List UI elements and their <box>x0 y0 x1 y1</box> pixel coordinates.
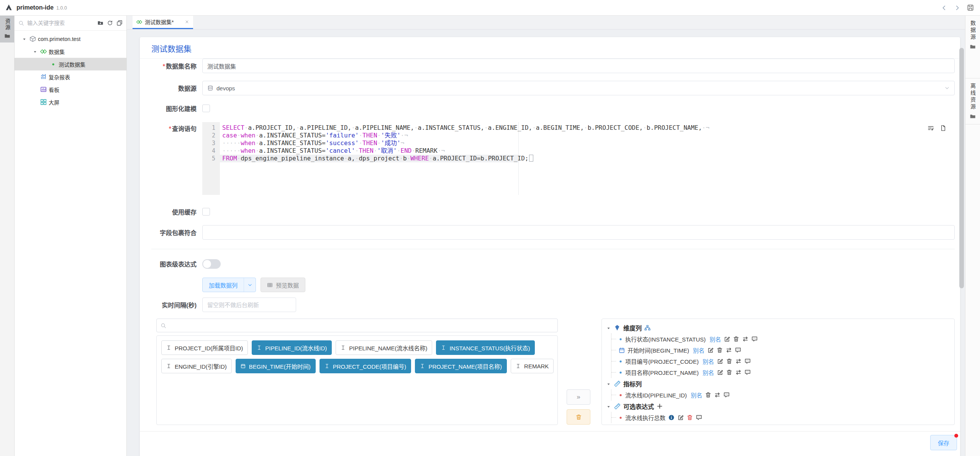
comment-icon[interactable] <box>735 347 741 353</box>
column-item[interactable]: 流水线执行总数 <box>611 412 951 423</box>
delete-icon[interactable] <box>716 347 723 353</box>
cache-checkbox[interactable] <box>202 208 210 216</box>
open-copy-icon[interactable] <box>116 20 123 26</box>
sql-line[interactable]: case·when·a.INSTANCE_STATUS='failure'·TH… <box>220 132 955 139</box>
datasource-select[interactable]: devops <box>202 81 955 95</box>
column-item[interactable]: 项目名称(PROJECT_NAME)别名 <box>611 367 951 378</box>
column-item[interactable]: 执行状态(INSTANCE_STATUS)别名 <box>611 333 951 345</box>
clear-trash-button[interactable] <box>567 409 590 425</box>
comment-icon[interactable] <box>696 414 702 421</box>
dataset-name-input[interactable] <box>202 59 955 73</box>
swap-icon[interactable] <box>735 358 742 364</box>
delete-icon[interactable] <box>726 369 733 376</box>
field-chip[interactable]: PIPELINE_NAME(流水线名称) <box>336 340 432 355</box>
tree-item[interactable]: 大屏 <box>15 96 126 108</box>
collapse-arrow[interactable] <box>606 325 611 330</box>
sql-code[interactable]: SELECT·a.PROJECT_ID,·a.PIPELINE_ID,·a.PI… <box>220 122 955 195</box>
column-group-header[interactable]: 维度列 <box>606 322 951 333</box>
add-expression-icon[interactable] <box>657 403 663 409</box>
tree-item[interactable]: 复杂报表 <box>15 70 126 83</box>
collapse-arrow[interactable] <box>606 404 611 409</box>
save-button[interactable]: 保存 <box>930 435 957 450</box>
add-dimension-icon[interactable] <box>644 325 651 331</box>
edit-icon[interactable] <box>724 336 730 342</box>
com.primeton.test-arrow-icon[interactable] <box>22 37 26 41</box>
tree-item[interactable]: 数据集 <box>15 45 126 58</box>
preview-data-button[interactable]: 预览数据 <box>261 278 305 292</box>
swap-icon[interactable] <box>726 347 732 353</box>
field-chip[interactable]: ENGINE_ID(引擎ID) <box>161 359 232 373</box>
alias-link[interactable]: 别名 <box>691 391 702 399</box>
activity-tab-resources[interactable]: 资源 <box>0 16 14 42</box>
sql-line[interactable]: ·····when·a.INSTANCE_STATUS='cancel'·THE… <box>220 147 955 155</box>
数据集-arrow-icon[interactable] <box>33 50 37 54</box>
comment-icon[interactable] <box>751 336 758 342</box>
field-chip[interactable]: INSTANCE_STATUS(执行状态) <box>436 340 535 355</box>
edit-icon[interactable] <box>717 369 723 376</box>
activity-tab-datasource[interactable]: 数据源 <box>965 16 980 78</box>
expand-arrow-icon[interactable] <box>31 49 38 54</box>
tab-test-dataset[interactable]: 测试数据集* <box>133 16 193 29</box>
comment-icon[interactable] <box>744 369 751 376</box>
delete-icon[interactable] <box>733 336 739 342</box>
alias-link[interactable]: 别名 <box>710 335 721 343</box>
edit-icon[interactable] <box>707 347 714 353</box>
collapse-arrow[interactable] <box>606 381 611 386</box>
field-chip[interactable]: PIPELINE_ID(流水线ID) <box>252 340 332 355</box>
field-chip[interactable]: PROJECT_ID(所属项目ID) <box>161 340 248 355</box>
copy-doc-icon[interactable] <box>940 125 946 131</box>
tree-item[interactable]: 看板 <box>15 83 126 96</box>
column-group-header[interactable]: 指标列 <box>606 378 951 389</box>
forward-icon[interactable] <box>954 5 960 11</box>
field-chip[interactable]: BEGIN_TIME(开始时间) <box>236 359 316 373</box>
edit-icon[interactable] <box>677 414 684 421</box>
delete-icon[interactable] <box>726 358 733 364</box>
field-chip[interactable]: PROJECT_NAME(项目名称) <box>415 359 507 373</box>
info-icon[interactable] <box>668 414 675 421</box>
fields-search-input[interactable] <box>169 322 554 329</box>
tree-item[interactable]: 测试数据集 <box>15 58 126 70</box>
comment-icon[interactable] <box>744 358 751 364</box>
swap-icon[interactable] <box>742 336 749 342</box>
scrollbar-thumb[interactable] <box>959 48 964 288</box>
format-sql-icon[interactable] <box>928 125 934 131</box>
graphical-checkbox[interactable] <box>202 105 210 112</box>
sql-line[interactable]: SELECT·a.PROJECT_ID,·a.PIPELINE_ID,·a.PI… <box>220 124 955 132</box>
tree-item[interactable]: com.primeton.test <box>15 33 126 45</box>
load-columns-dropdown[interactable] <box>244 278 256 292</box>
interval-input[interactable] <box>202 297 296 312</box>
column-item[interactable]: 流水线ID(PIPELINE_ID)别名 <box>611 389 951 400</box>
refresh-icon[interactable] <box>107 20 113 26</box>
field-chip[interactable]: REMARK <box>511 359 554 373</box>
activity-tab-offline-resource[interactable]: 离线资源 <box>965 78 980 124</box>
wrapper-input[interactable] <box>202 225 955 240</box>
alias-link[interactable]: 别名 <box>703 357 714 365</box>
delete-icon[interactable] <box>705 392 711 398</box>
alias-link[interactable]: 别名 <box>703 368 714 376</box>
column-group-header[interactable]: 可选表达式 <box>606 400 951 412</box>
edit-icon[interactable] <box>717 358 723 364</box>
new-folder-icon[interactable] <box>97 20 103 26</box>
comment-icon[interactable] <box>723 392 730 398</box>
collapse-arrow-icon[interactable] <box>606 382 611 386</box>
collapse-arrow-icon[interactable] <box>606 405 611 409</box>
load-columns-button[interactable]: 加载数据列 <box>202 278 256 292</box>
sql-line[interactable]: ·····when·a.INSTANCE_STATUS='success'·TH… <box>220 139 955 147</box>
sql-editor[interactable]: 12345 SELECT·a.PROJECT_ID,·a.PIPELINE_ID… <box>202 122 955 195</box>
sql-line[interactable]: FROM·dps_engine_pipeline_instance·a,·dps… <box>220 155 955 162</box>
save-disk-icon[interactable] <box>967 4 974 11</box>
swap-icon[interactable] <box>735 369 742 376</box>
collapse-arrow-icon[interactable] <box>606 326 611 330</box>
sidebar-search-input[interactable] <box>26 20 95 26</box>
expand-arrow-icon[interactable] <box>21 36 28 41</box>
swap-icon[interactable] <box>714 392 721 398</box>
chart-expr-toggle[interactable] <box>202 259 221 269</box>
column-item[interactable]: 项目编号(PROJECT_CODE)别名 <box>611 356 951 367</box>
column-item[interactable]: 开始时间(BEGIN_TIME)别名 <box>611 345 951 356</box>
close-icon[interactable] <box>185 20 189 24</box>
back-icon[interactable] <box>941 5 947 11</box>
delete-icon[interactable] <box>687 414 693 421</box>
move-right-button[interactable]: » <box>567 389 590 405</box>
alias-link[interactable]: 别名 <box>693 346 705 354</box>
field-chip[interactable]: PROJECT_CODE(项目编号) <box>320 359 411 373</box>
